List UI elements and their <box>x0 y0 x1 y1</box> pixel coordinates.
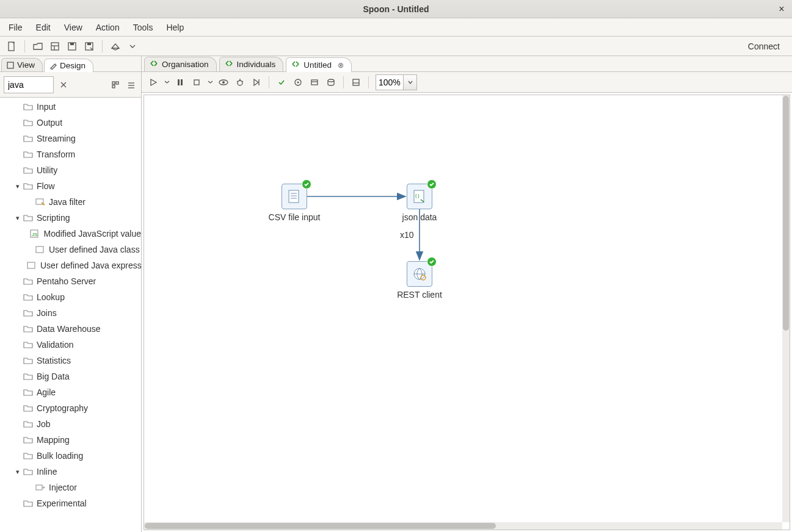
hop-arrow[interactable] <box>144 95 145 96</box>
show-results-icon[interactable] <box>348 74 364 90</box>
tree-folder[interactable]: Job <box>0 416 141 432</box>
folder-icon <box>23 324 33 334</box>
tree-folder[interactable]: Bulk loading <box>0 448 141 464</box>
connect-button[interactable]: Connect <box>739 39 788 54</box>
zoom-dropdown-icon[interactable] <box>404 74 417 90</box>
svg-point-32 <box>297 81 299 83</box>
verify-icon[interactable] <box>274 74 289 90</box>
tree-folder[interactable]: Big Data <box>0 368 141 384</box>
perspective-icon[interactable] <box>107 38 123 54</box>
tree-leaf[interactable]: Injector <box>0 480 141 495</box>
run-options-dropdown-icon[interactable] <box>162 74 172 90</box>
tree-folder[interactable]: Lookup <box>0 289 141 305</box>
tree-label: Modified JavaScript value <box>43 229 141 239</box>
tree-leaf[interactable]: Java filter <box>0 194 141 210</box>
editor-tab[interactable]: Organisation <box>144 57 217 71</box>
save-icon[interactable] <box>64 38 80 54</box>
tree-folder[interactable]: Validation <box>0 337 141 353</box>
horizontal-scrollbar[interactable] <box>144 522 782 530</box>
side-tab-design-label: Design <box>60 61 85 70</box>
tree-leaf[interactable]: JSModified JavaScript value <box>0 226 141 242</box>
explore-db-icon[interactable] <box>323 74 339 90</box>
canvas-step[interactable]: REST client <box>407 261 432 287</box>
tree-folder[interactable]: Cryptography <box>0 400 141 416</box>
svg-rect-0 <box>9 42 14 51</box>
svg-rect-23 <box>194 80 199 85</box>
folder-icon <box>23 356 33 365</box>
new-file-icon[interactable] <box>4 38 20 54</box>
twisty-icon[interactable]: ▾ <box>13 182 22 190</box>
svg-point-26 <box>238 81 242 85</box>
twisty-icon[interactable]: ▾ <box>13 214 22 222</box>
tree-leaf[interactable]: User defined Java expression <box>0 257 141 273</box>
folder-icon <box>23 498 33 508</box>
menu-view[interactable]: View <box>58 20 89 35</box>
hop-arrow[interactable] <box>144 95 145 96</box>
editor-tab[interactable]: Individuals <box>219 57 284 71</box>
svg-rect-9 <box>112 82 115 84</box>
stop-options-dropdown-icon[interactable] <box>205 74 215 90</box>
side-search-bar <box>0 72 141 98</box>
run-icon[interactable] <box>145 74 161 90</box>
collapse-all-icon[interactable] <box>125 79 137 91</box>
pause-icon[interactable] <box>172 74 188 90</box>
zoom-input[interactable] <box>376 74 404 90</box>
tree-folder[interactable]: ▾Flow <box>0 178 141 194</box>
separator <box>269 76 269 88</box>
tree-folder[interactable]: Pentaho Server <box>0 273 141 289</box>
editor-tab[interactable]: Untitled⊗ <box>286 57 352 72</box>
tree-folder[interactable]: Data Warehouse <box>0 321 141 337</box>
svg-text:JS: JS <box>32 232 37 237</box>
tree-folder[interactable]: Joins <box>0 305 141 321</box>
svg-line-28 <box>237 81 238 82</box>
canvas-step[interactable]: CSV file input <box>282 184 307 209</box>
replay-icon[interactable] <box>249 74 264 90</box>
folder-icon <box>23 181 33 191</box>
tree-folder[interactable]: ▾Inline <box>0 464 141 480</box>
tree-folder[interactable]: Streaming <box>0 131 141 146</box>
stop-icon[interactable] <box>189 74 205 90</box>
tree-folder[interactable]: Output <box>0 115 141 131</box>
expand-all-icon[interactable] <box>109 79 122 91</box>
clear-search-icon[interactable] <box>57 79 70 91</box>
close-icon[interactable]: × <box>776 4 787 15</box>
impact-icon[interactable] <box>290 74 306 90</box>
sql-icon[interactable] <box>307 74 322 90</box>
svg-point-35 <box>328 79 334 82</box>
tree-folder[interactable]: Utility <box>0 162 141 178</box>
canvas-step[interactable]: { }json data <box>407 184 432 209</box>
side-tab-view[interactable]: View <box>1 58 43 71</box>
twisty-icon[interactable]: ▾ <box>13 468 22 476</box>
separator <box>343 76 344 88</box>
save-as-icon[interactable] <box>81 38 97 54</box>
explore-icon[interactable] <box>47 38 63 54</box>
tree-folder[interactable]: Agile <box>0 384 141 400</box>
menu-action[interactable]: Action <box>90 20 126 35</box>
tree-folder[interactable]: Transform <box>0 146 141 162</box>
menu-edit[interactable]: Edit <box>30 20 57 35</box>
debug-icon[interactable] <box>232 74 248 90</box>
search-input[interactable] <box>4 76 54 93</box>
titlebar: Spoon - Untitled × <box>0 0 792 18</box>
tree-label: Lookup <box>37 292 65 302</box>
tree-folder[interactable]: Experimental <box>0 495 141 511</box>
preview-icon[interactable] <box>216 74 231 90</box>
perspective-dropdown-icon[interactable] <box>125 38 140 54</box>
menu-help[interactable]: Help <box>160 20 190 35</box>
tree-folder[interactable]: Mapping <box>0 432 141 448</box>
separator <box>102 40 103 52</box>
menu-tools[interactable]: Tools <box>127 20 159 35</box>
steps-tree[interactable]: InputOutputStreamingTransformUtility▾Flo… <box>0 98 141 532</box>
canvas[interactable]: CSV file input{ }json dataREST clientx10 <box>144 95 782 522</box>
tree-folder[interactable]: Input <box>0 99 141 115</box>
side-tab-design[interactable]: Design <box>44 59 93 72</box>
tree-folder[interactable]: ▾Scripting <box>0 210 141 226</box>
close-tab-icon[interactable]: ⊗ <box>338 61 344 70</box>
tree-leaf[interactable]: User defined Java class <box>0 242 141 257</box>
vertical-scrollbar[interactable] <box>782 95 790 522</box>
menu-file[interactable]: File <box>2 20 29 35</box>
tree-folder[interactable]: Statistics <box>0 353 141 368</box>
open-file-icon[interactable] <box>30 38 46 54</box>
separator <box>368 76 369 88</box>
main-toolbar: Connect <box>0 37 792 56</box>
